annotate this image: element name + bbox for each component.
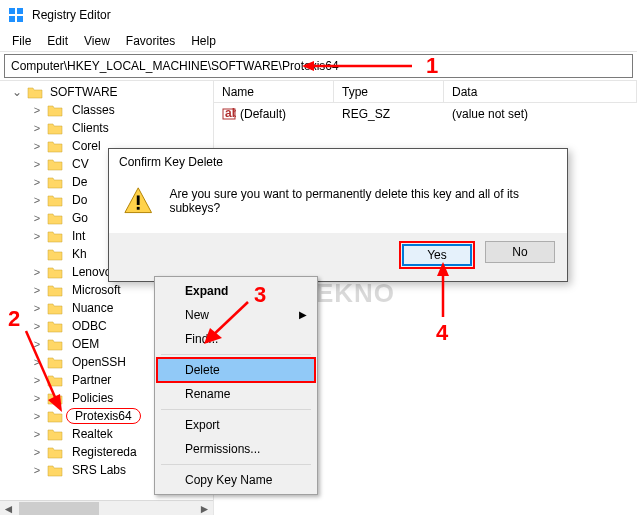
tree-item-label: Kh <box>66 246 93 262</box>
chevron-right-icon[interactable]: > <box>30 320 44 332</box>
tree-item[interactable]: >Classes <box>30 101 213 119</box>
chevron-right-icon[interactable]: > <box>30 302 44 314</box>
chevron-right-icon[interactable]: > <box>30 464 44 476</box>
ctx-new[interactable]: New▶ <box>157 303 315 327</box>
folder-icon <box>47 175 63 189</box>
tree-item-label: Protexis64 <box>66 408 141 424</box>
annotation-1: 1 <box>426 53 438 79</box>
chevron-right-icon[interactable]: > <box>30 122 44 134</box>
scroll-left-icon[interactable]: ◄ <box>0 501 17 516</box>
app-icon <box>8 7 24 23</box>
folder-icon <box>47 283 63 297</box>
tree-item-label: Microsoft <box>66 282 127 298</box>
value-data: (value not set) <box>444 105 637 123</box>
folder-icon <box>47 391 63 405</box>
no-button[interactable]: No <box>485 241 555 263</box>
chevron-right-icon[interactable]: > <box>30 284 44 296</box>
col-data[interactable]: Data <box>444 81 637 102</box>
tree-item-label: Corel <box>66 138 107 154</box>
col-name[interactable]: Name <box>214 81 334 102</box>
title-bar: Registry Editor <box>0 0 637 30</box>
tree-root-label: SOFTWARE <box>46 84 122 100</box>
col-type[interactable]: Type <box>334 81 444 102</box>
chevron-right-icon[interactable]: > <box>30 392 44 404</box>
folder-icon <box>47 355 63 369</box>
folder-icon <box>47 103 63 117</box>
tree-item-label: Go <box>66 210 94 226</box>
chevron-right-icon[interactable]: > <box>30 176 44 188</box>
tree-root[interactable]: ⌄ SOFTWARE <box>10 83 213 101</box>
folder-icon <box>47 157 63 171</box>
annotation-3: 3 <box>254 282 266 308</box>
column-headers: Name Type Data <box>214 81 637 103</box>
chevron-right-icon[interactable]: > <box>30 212 44 224</box>
menu-view[interactable]: View <box>76 32 118 50</box>
context-menu: Expand New▶ Find... Delete Rename Export… <box>154 276 318 495</box>
folder-icon <box>47 247 63 261</box>
ctx-expand[interactable]: Expand <box>157 279 315 303</box>
chevron-right-icon[interactable]: > <box>30 428 44 440</box>
tree-item-label: Classes <box>66 102 121 118</box>
folder-icon <box>47 409 63 423</box>
svg-rect-6 <box>137 195 140 205</box>
chevron-down-icon[interactable]: ⌄ <box>10 85 24 99</box>
address-bar[interactable] <box>4 54 633 78</box>
yes-button[interactable]: Yes <box>402 244 472 266</box>
folder-icon <box>47 373 63 387</box>
folder-icon <box>47 319 63 333</box>
menu-favorites[interactable]: Favorites <box>118 32 183 50</box>
tree-item-label: Policies <box>66 390 119 406</box>
scroll-thumb[interactable] <box>19 502 99 516</box>
tree-item-label: SRS Labs <box>66 462 132 478</box>
ctx-permissions[interactable]: Permissions... <box>157 437 315 461</box>
tree-item-label: Clients <box>66 120 115 136</box>
ctx-copy-key-name[interactable]: Copy Key Name <box>157 468 315 492</box>
tree-item-label: Nuance <box>66 300 119 316</box>
chevron-right-icon[interactable]: > <box>30 338 44 350</box>
address-input[interactable] <box>5 59 632 73</box>
ctx-export[interactable]: Export <box>157 413 315 437</box>
folder-icon <box>47 139 63 153</box>
chevron-right-icon[interactable]: > <box>30 446 44 458</box>
folder-icon <box>47 265 63 279</box>
chevron-right-icon[interactable]: > <box>30 230 44 242</box>
tree-item[interactable]: >Clients <box>30 119 213 137</box>
tree-item-label: Registereda <box>66 444 143 460</box>
annotation-4: 4 <box>436 320 448 346</box>
chevron-right-icon[interactable]: > <box>30 410 44 422</box>
value-type: REG_SZ <box>334 105 444 123</box>
chevron-right-icon[interactable]: > <box>30 140 44 152</box>
tree-item-label: Realtek <box>66 426 119 442</box>
menu-help[interactable]: Help <box>183 32 224 50</box>
value-name: (Default) <box>240 107 286 121</box>
value-row[interactable]: ab (Default) REG_SZ (value not set) <box>214 103 637 125</box>
svg-text:ab: ab <box>225 107 236 120</box>
chevron-right-icon[interactable]: > <box>30 356 44 368</box>
dialog-title: Confirm Key Delete <box>109 149 567 175</box>
folder-icon <box>47 337 63 351</box>
ctx-rename[interactable]: Rename <box>157 382 315 406</box>
ctx-delete[interactable]: Delete <box>156 357 316 383</box>
separator <box>161 409 311 410</box>
chevron-right-icon[interactable]: > <box>30 104 44 116</box>
chevron-right-icon[interactable]: > <box>30 158 44 170</box>
string-value-icon: ab <box>222 107 236 121</box>
horizontal-scrollbar[interactable]: ◄ ► <box>0 500 213 515</box>
chevron-right-icon[interactable]: > <box>30 374 44 386</box>
folder-icon <box>47 229 63 243</box>
folder-icon <box>47 445 63 459</box>
tree-item-label: CV <box>66 156 95 172</box>
window-title: Registry Editor <box>32 8 111 22</box>
scroll-right-icon[interactable]: ► <box>196 501 213 516</box>
chevron-right-icon[interactable]: > <box>30 194 44 206</box>
separator <box>161 464 311 465</box>
svg-rect-0 <box>9 8 15 14</box>
chevron-right-icon[interactable]: > <box>30 266 44 278</box>
menu-edit[interactable]: Edit <box>39 32 76 50</box>
menu-file[interactable]: File <box>4 32 39 50</box>
annotation-2: 2 <box>8 306 20 332</box>
folder-icon <box>47 463 63 477</box>
tree-item-label: Partner <box>66 372 117 388</box>
ctx-find[interactable]: Find... <box>157 327 315 351</box>
svg-rect-7 <box>137 207 140 210</box>
